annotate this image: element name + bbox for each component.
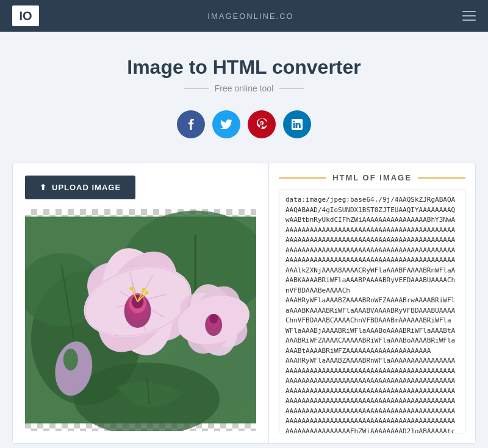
svg-point-28	[145, 291, 148, 294]
navbar-brand: IO	[12, 5, 39, 26]
upload-button[interactable]: ⬆ UPLOAD IMAGE	[25, 176, 135, 199]
svg-point-27	[130, 286, 134, 290]
upload-icon: ⬆	[40, 183, 47, 192]
hamburger-line-2	[462, 15, 476, 16]
svg-point-36	[209, 314, 218, 324]
subtitle-line-left	[184, 88, 209, 89]
page-title: Image to HTML converter	[12, 56, 476, 79]
image-preview	[25, 209, 256, 431]
hamburger-line-1	[462, 11, 476, 12]
subtitle: Free online tool	[12, 84, 476, 93]
subtitle-line-right	[279, 88, 304, 89]
svg-point-38	[63, 349, 78, 371]
html-output-header: HTML OF IMAGE	[279, 173, 465, 182]
facebook-icon	[188, 118, 195, 130]
right-panel: HTML OF IMAGE data:image/jpeg;base64,/9j…	[269, 163, 475, 443]
html-output-title: HTML OF IMAGE	[332, 173, 412, 182]
facebook-button[interactable]	[177, 110, 205, 138]
subtitle-text: Free online tool	[215, 84, 274, 93]
hamburger-line-3	[462, 20, 476, 21]
main-content: Image to HTML converter Free online tool	[0, 32, 488, 448]
linkedin-button[interactable]	[283, 110, 311, 138]
flower-image	[25, 209, 256, 431]
left-panel: ⬆ UPLOAD IMAGE	[13, 163, 269, 443]
navbar-title: IMAGEONLINE.CO	[207, 12, 293, 21]
html-output-box[interactable]: data:image/jpeg;base64,/9j/4AAQSkZJRgABA…	[279, 190, 465, 433]
header-line-left	[279, 177, 326, 179]
navbar: IO IMAGEONLINE.CO	[0, 0, 488, 32]
twitter-button[interactable]	[212, 110, 240, 138]
pinterest-icon	[257, 118, 267, 130]
pinterest-button[interactable]	[248, 110, 276, 138]
twitter-icon	[220, 119, 232, 129]
tool-area: ⬆ UPLOAD IMAGE	[12, 163, 476, 444]
upload-label: UPLOAD IMAGE	[52, 183, 121, 192]
svg-point-26	[142, 288, 145, 291]
hamburger-menu[interactable]	[462, 11, 476, 21]
linkedin-icon	[292, 119, 303, 130]
header-line-right	[418, 177, 465, 179]
social-icons	[12, 110, 476, 138]
